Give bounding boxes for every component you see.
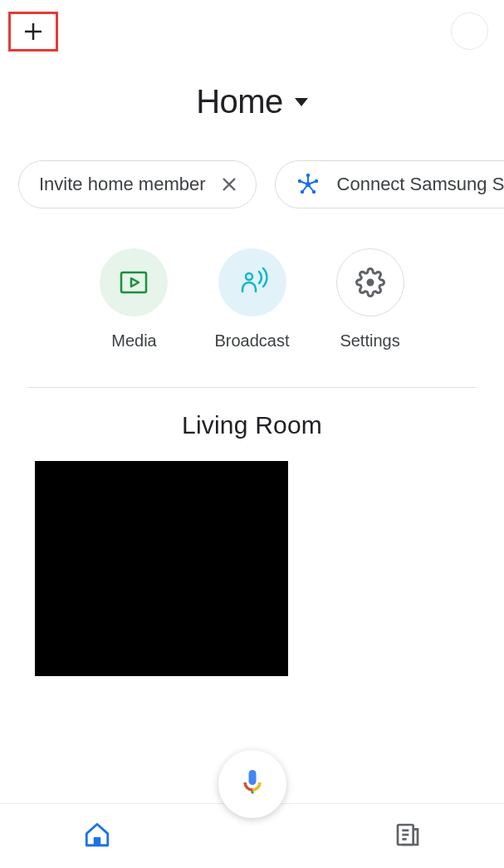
device-tile[interactable]: [35, 461, 288, 676]
home-icon: [83, 821, 111, 852]
svg-line-13: [308, 184, 314, 192]
action-label: Media: [111, 331, 156, 351]
svg-marker-2: [295, 98, 308, 106]
top-bar: [0, 0, 504, 50]
nav-feed[interactable]: [394, 821, 421, 851]
home-title: Home: [196, 83, 283, 120]
suggestion-chips: Invite home member Connec: [0, 160, 504, 208]
svg-rect-16: [121, 272, 146, 292]
action-label: Broadcast: [214, 331, 289, 351]
svg-line-14: [302, 184, 308, 192]
assistant-mic-button[interactable]: [218, 750, 286, 818]
chip-invite-member[interactable]: Invite home member: [18, 160, 257, 208]
room-title: Living Room: [0, 411, 504, 439]
svg-marker-17: [131, 278, 139, 287]
add-button[interactable]: [8, 12, 58, 51]
svg-rect-20: [94, 836, 101, 845]
action-media[interactable]: Media: [100, 248, 168, 351]
room-section: Living Room: [0, 411, 504, 676]
feed-icon: [394, 821, 421, 851]
chip-connect-samsung[interactable]: Connect Samsung Sma: [275, 160, 504, 208]
home-selector[interactable]: Home: [0, 83, 504, 120]
broadcast-icon: [218, 248, 286, 316]
divider: [28, 387, 476, 388]
account-avatar[interactable]: [451, 12, 488, 50]
chip-label: Connect Samsung Sma: [337, 174, 504, 195]
media-icon: [100, 248, 168, 316]
close-icon[interactable]: [219, 174, 239, 194]
chip-label: Invite home member: [39, 174, 206, 195]
action-label: Settings: [340, 331, 399, 351]
action-broadcast[interactable]: Broadcast: [214, 248, 289, 351]
action-settings[interactable]: Settings: [336, 248, 404, 351]
svg-point-19: [366, 279, 374, 287]
svg-point-18: [246, 273, 252, 280]
nav-home[interactable]: [83, 821, 111, 852]
smartthings-icon: [296, 172, 321, 197]
chevron-down-icon: [295, 98, 308, 106]
quick-actions: Media Broadcast Settings: [0, 248, 504, 351]
gear-icon: [336, 248, 404, 316]
mic-icon: [237, 767, 267, 801]
plus-icon: [21, 19, 46, 44]
